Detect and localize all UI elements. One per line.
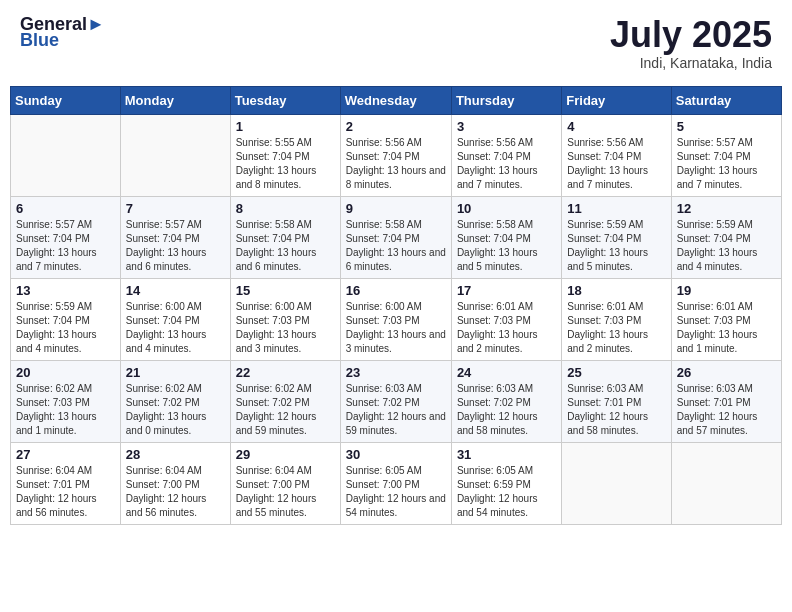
- calendar-cell: 28Sunrise: 6:04 AM Sunset: 7:00 PM Dayli…: [120, 442, 230, 524]
- calendar-cell: 30Sunrise: 6:05 AM Sunset: 7:00 PM Dayli…: [340, 442, 451, 524]
- day-number: 16: [346, 283, 446, 298]
- day-number: 3: [457, 119, 556, 134]
- day-number: 28: [126, 447, 225, 462]
- day-info: Sunrise: 6:02 AM Sunset: 7:02 PM Dayligh…: [126, 382, 225, 438]
- calendar-cell: 23Sunrise: 6:03 AM Sunset: 7:02 PM Dayli…: [340, 360, 451, 442]
- calendar-cell: 13Sunrise: 5:59 AM Sunset: 7:04 PM Dayli…: [11, 278, 121, 360]
- logo-subtext: Blue: [20, 31, 105, 51]
- day-number: 17: [457, 283, 556, 298]
- day-number: 9: [346, 201, 446, 216]
- calendar-week-4: 20Sunrise: 6:02 AM Sunset: 7:03 PM Dayli…: [11, 360, 782, 442]
- calendar-cell: 10Sunrise: 5:58 AM Sunset: 7:04 PM Dayli…: [451, 196, 561, 278]
- calendar-cell: 11Sunrise: 5:59 AM Sunset: 7:04 PM Dayli…: [562, 196, 671, 278]
- day-number: 11: [567, 201, 665, 216]
- col-wednesday: Wednesday: [340, 86, 451, 114]
- day-number: 25: [567, 365, 665, 380]
- day-info: Sunrise: 5:59 AM Sunset: 7:04 PM Dayligh…: [567, 218, 665, 274]
- day-number: 21: [126, 365, 225, 380]
- day-number: 26: [677, 365, 776, 380]
- location: Indi, Karnataka, India: [610, 55, 772, 71]
- calendar-week-2: 6Sunrise: 5:57 AM Sunset: 7:04 PM Daylig…: [11, 196, 782, 278]
- calendar-week-1: 1Sunrise: 5:55 AM Sunset: 7:04 PM Daylig…: [11, 114, 782, 196]
- day-number: 7: [126, 201, 225, 216]
- day-number: 23: [346, 365, 446, 380]
- calendar-cell: 26Sunrise: 6:03 AM Sunset: 7:01 PM Dayli…: [671, 360, 781, 442]
- day-info: Sunrise: 5:59 AM Sunset: 7:04 PM Dayligh…: [16, 300, 115, 356]
- calendar-cell: 8Sunrise: 5:58 AM Sunset: 7:04 PM Daylig…: [230, 196, 340, 278]
- title-area: July 2025 Indi, Karnataka, India: [610, 15, 772, 71]
- calendar-cell: [11, 114, 121, 196]
- calendar-cell: 21Sunrise: 6:02 AM Sunset: 7:02 PM Dayli…: [120, 360, 230, 442]
- day-number: 12: [677, 201, 776, 216]
- col-sunday: Sunday: [11, 86, 121, 114]
- day-info: Sunrise: 5:58 AM Sunset: 7:04 PM Dayligh…: [346, 218, 446, 274]
- day-number: 29: [236, 447, 335, 462]
- col-thursday: Thursday: [451, 86, 561, 114]
- day-number: 27: [16, 447, 115, 462]
- calendar-cell: [671, 442, 781, 524]
- day-info: Sunrise: 6:01 AM Sunset: 7:03 PM Dayligh…: [457, 300, 556, 356]
- calendar-cell: 15Sunrise: 6:00 AM Sunset: 7:03 PM Dayli…: [230, 278, 340, 360]
- day-number: 18: [567, 283, 665, 298]
- day-info: Sunrise: 5:57 AM Sunset: 7:04 PM Dayligh…: [677, 136, 776, 192]
- calendar-cell: 31Sunrise: 6:05 AM Sunset: 6:59 PM Dayli…: [451, 442, 561, 524]
- calendar-cell: 4Sunrise: 5:56 AM Sunset: 7:04 PM Daylig…: [562, 114, 671, 196]
- calendar-cell: 14Sunrise: 6:00 AM Sunset: 7:04 PM Dayli…: [120, 278, 230, 360]
- col-tuesday: Tuesday: [230, 86, 340, 114]
- month-title: July 2025: [610, 15, 772, 55]
- page-header: General► Blue July 2025 Indi, Karnataka,…: [10, 10, 782, 76]
- day-number: 22: [236, 365, 335, 380]
- day-number: 6: [16, 201, 115, 216]
- calendar-cell: 9Sunrise: 5:58 AM Sunset: 7:04 PM Daylig…: [340, 196, 451, 278]
- calendar-cell: [120, 114, 230, 196]
- day-info: Sunrise: 6:01 AM Sunset: 7:03 PM Dayligh…: [567, 300, 665, 356]
- day-info: Sunrise: 5:56 AM Sunset: 7:04 PM Dayligh…: [567, 136, 665, 192]
- day-info: Sunrise: 5:56 AM Sunset: 7:04 PM Dayligh…: [457, 136, 556, 192]
- day-info: Sunrise: 5:57 AM Sunset: 7:04 PM Dayligh…: [126, 218, 225, 274]
- day-info: Sunrise: 5:57 AM Sunset: 7:04 PM Dayligh…: [16, 218, 115, 274]
- calendar-cell: 29Sunrise: 6:04 AM Sunset: 7:00 PM Dayli…: [230, 442, 340, 524]
- calendar-cell: 12Sunrise: 5:59 AM Sunset: 7:04 PM Dayli…: [671, 196, 781, 278]
- day-info: Sunrise: 5:58 AM Sunset: 7:04 PM Dayligh…: [236, 218, 335, 274]
- day-info: Sunrise: 6:03 AM Sunset: 7:02 PM Dayligh…: [457, 382, 556, 438]
- calendar-table: Sunday Monday Tuesday Wednesday Thursday…: [10, 86, 782, 525]
- day-info: Sunrise: 6:03 AM Sunset: 7:01 PM Dayligh…: [677, 382, 776, 438]
- day-info: Sunrise: 6:04 AM Sunset: 7:01 PM Dayligh…: [16, 464, 115, 520]
- day-info: Sunrise: 6:01 AM Sunset: 7:03 PM Dayligh…: [677, 300, 776, 356]
- calendar-cell: 7Sunrise: 5:57 AM Sunset: 7:04 PM Daylig…: [120, 196, 230, 278]
- calendar-cell: 25Sunrise: 6:03 AM Sunset: 7:01 PM Dayli…: [562, 360, 671, 442]
- calendar-cell: [562, 442, 671, 524]
- calendar-cell: 1Sunrise: 5:55 AM Sunset: 7:04 PM Daylig…: [230, 114, 340, 196]
- day-number: 13: [16, 283, 115, 298]
- day-number: 10: [457, 201, 556, 216]
- calendar-week-3: 13Sunrise: 5:59 AM Sunset: 7:04 PM Dayli…: [11, 278, 782, 360]
- day-number: 2: [346, 119, 446, 134]
- calendar-cell: 20Sunrise: 6:02 AM Sunset: 7:03 PM Dayli…: [11, 360, 121, 442]
- day-info: Sunrise: 6:03 AM Sunset: 7:02 PM Dayligh…: [346, 382, 446, 438]
- day-number: 1: [236, 119, 335, 134]
- calendar-week-5: 27Sunrise: 6:04 AM Sunset: 7:01 PM Dayli…: [11, 442, 782, 524]
- calendar-cell: 5Sunrise: 5:57 AM Sunset: 7:04 PM Daylig…: [671, 114, 781, 196]
- day-info: Sunrise: 6:02 AM Sunset: 7:02 PM Dayligh…: [236, 382, 335, 438]
- day-info: Sunrise: 6:05 AM Sunset: 6:59 PM Dayligh…: [457, 464, 556, 520]
- col-saturday: Saturday: [671, 86, 781, 114]
- day-info: Sunrise: 6:04 AM Sunset: 7:00 PM Dayligh…: [236, 464, 335, 520]
- calendar-cell: 17Sunrise: 6:01 AM Sunset: 7:03 PM Dayli…: [451, 278, 561, 360]
- day-number: 8: [236, 201, 335, 216]
- calendar-cell: 19Sunrise: 6:01 AM Sunset: 7:03 PM Dayli…: [671, 278, 781, 360]
- day-number: 24: [457, 365, 556, 380]
- day-info: Sunrise: 5:59 AM Sunset: 7:04 PM Dayligh…: [677, 218, 776, 274]
- calendar-header-row: Sunday Monday Tuesday Wednesday Thursday…: [11, 86, 782, 114]
- calendar-cell: 16Sunrise: 6:00 AM Sunset: 7:03 PM Dayli…: [340, 278, 451, 360]
- day-info: Sunrise: 6:05 AM Sunset: 7:00 PM Dayligh…: [346, 464, 446, 520]
- calendar-cell: 27Sunrise: 6:04 AM Sunset: 7:01 PM Dayli…: [11, 442, 121, 524]
- calendar-cell: 24Sunrise: 6:03 AM Sunset: 7:02 PM Dayli…: [451, 360, 561, 442]
- calendar-cell: 6Sunrise: 5:57 AM Sunset: 7:04 PM Daylig…: [11, 196, 121, 278]
- day-info: Sunrise: 5:56 AM Sunset: 7:04 PM Dayligh…: [346, 136, 446, 192]
- day-info: Sunrise: 6:00 AM Sunset: 7:03 PM Dayligh…: [346, 300, 446, 356]
- calendar-cell: 3Sunrise: 5:56 AM Sunset: 7:04 PM Daylig…: [451, 114, 561, 196]
- day-info: Sunrise: 6:00 AM Sunset: 7:04 PM Dayligh…: [126, 300, 225, 356]
- day-info: Sunrise: 6:04 AM Sunset: 7:00 PM Dayligh…: [126, 464, 225, 520]
- logo: General► Blue: [20, 15, 105, 51]
- day-number: 5: [677, 119, 776, 134]
